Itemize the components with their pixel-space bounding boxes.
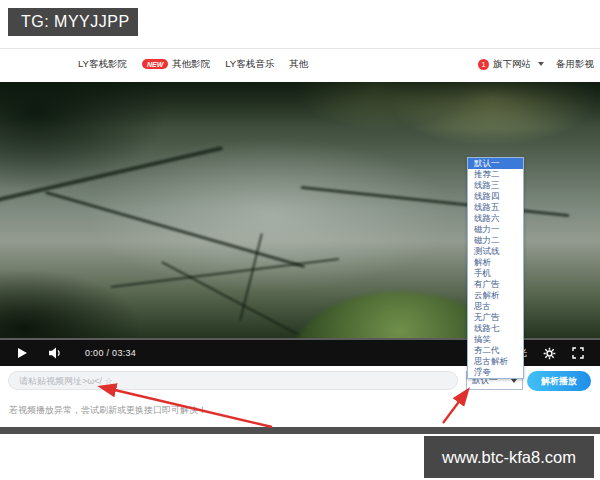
navbar: LY客栈影院 NEW 其他影院 LY客栈音乐 其他 <box>78 54 308 74</box>
nav-group-other-cinema: NEW 其他影院 <box>142 58 210 71</box>
line-option[interactable]: 推荐二 <box>468 169 523 180</box>
nav-item-ly-cinema[interactable]: LY客栈影院 <box>78 58 127 71</box>
line-option[interactable]: 线路七 <box>468 323 523 334</box>
settings-gear-icon[interactable] <box>543 347 556 360</box>
nav-divider <box>0 48 600 49</box>
nav-sites-label: 旗下网站 <box>493 58 531 71</box>
branch <box>0 146 223 206</box>
chevron-down-icon <box>511 379 517 383</box>
tg-contact-text: TG: MYYJJPP <box>21 13 130 31</box>
line-option[interactable]: 浮夸 <box>468 367 523 378</box>
footer-strip <box>0 427 600 434</box>
line-option[interactable]: 线路四 <box>468 191 523 202</box>
line-option[interactable]: 解析 <box>468 257 523 268</box>
site-url-text: www.btc-kfa8.com <box>442 448 576 467</box>
tg-contact-banner: TG: MYYJJPP <box>8 8 138 36</box>
line-option[interactable]: 手机 <box>468 268 523 279</box>
arrow-icon <box>443 391 467 423</box>
branch <box>301 186 570 217</box>
help-tip-text: 若视频播放异常，尝试刷新或更换接口即可解决！ <box>9 404 207 417</box>
line-option[interactable]: 思古 <box>468 301 523 312</box>
fullscreen-icon[interactable] <box>572 347 584 359</box>
chevron-down-icon <box>538 62 544 66</box>
notification-badge: 1 <box>478 59 489 70</box>
line-option[interactable]: 线路六 <box>468 213 523 224</box>
line-option[interactable]: 线路五 <box>468 202 523 213</box>
line-option[interactable]: 思古解析 <box>468 356 523 367</box>
navbar-right: 1 旗下网站 备用影视 <box>478 54 594 74</box>
play-button[interactable] <box>18 348 27 358</box>
line-option[interactable]: 搞笑 <box>468 334 523 345</box>
volume-icon[interactable] <box>49 347 63 359</box>
line-option[interactable]: 默认一 <box>468 158 523 169</box>
parse-play-button[interactable]: 解析播放 <box>527 371 591 391</box>
nav-item-other-cinema[interactable]: 其他影院 <box>172 58 210 71</box>
line-option[interactable]: 线路三 <box>468 180 523 191</box>
line-option[interactable]: 磁力一 <box>468 224 523 235</box>
line-option[interactable]: 磁力二 <box>468 235 523 246</box>
new-badge: NEW <box>142 59 168 69</box>
nav-item-other[interactable]: 其他 <box>289 58 308 71</box>
line-option[interactable]: 夯二代 <box>468 345 523 356</box>
time-display: 0:00 / 03:34 <box>85 348 136 358</box>
forest-canopy <box>0 82 600 128</box>
line-option[interactable]: 测试线 <box>468 246 523 257</box>
nav-item-sites[interactable]: 1 旗下网站 <box>478 58 544 71</box>
branch <box>111 258 340 288</box>
site-url-banner: www.btc-kfa8.com <box>424 436 594 478</box>
nav-item-backup[interactable]: 备用影视 <box>556 58 594 71</box>
video-url-input[interactable] <box>8 371 458 390</box>
nav-item-ly-music[interactable]: LY客栈音乐 <box>225 58 274 71</box>
page: TG: MYYJJPP LY客栈影院 NEW 其他影院 LY客栈音乐 其他 1 … <box>0 0 600 480</box>
line-option[interactable]: 云解析 <box>468 290 523 301</box>
line-option[interactable]: 无广告 <box>468 312 523 323</box>
branch <box>45 191 305 268</box>
line-dropdown-list: 默认一 推荐二 线路三 线路四 线路五 线路六 磁力一 磁力二 测试线 解析 手… <box>467 157 524 379</box>
line-option[interactable]: 有广告 <box>468 279 523 290</box>
